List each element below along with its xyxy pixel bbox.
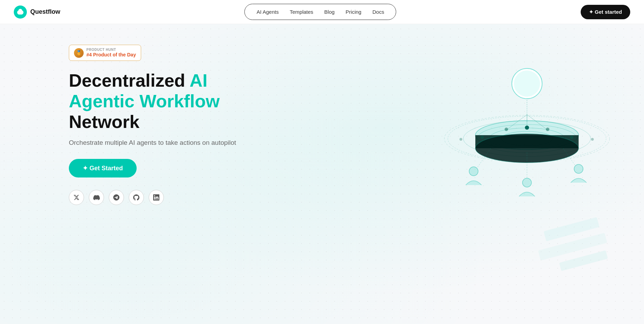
discord-icon[interactable] [89,190,104,205]
hero-content: 🏅 PRODUCT HUNT #4 Product of the Day Dec… [0,24,644,226]
ph-label: PRODUCT HUNT [86,48,136,52]
github-icon[interactable] [129,190,144,205]
nav-link-ai-agents[interactable]: AI Agents [252,7,283,17]
nav-link-docs[interactable]: Docs [368,7,389,17]
platform-illustration: 🧠 [437,49,616,201]
hero-subtitle: Orchestrate multiple AI agents to take a… [69,139,262,147]
svg-point-17 [505,128,508,131]
nav-link-blog[interactable]: Blog [319,7,339,17]
ph-text: PRODUCT HUNT #4 Product of the Day [86,48,136,58]
logo-icon [14,6,27,19]
svg-rect-2 [559,250,608,271]
svg-point-16 [525,126,529,130]
hero-get-started-button[interactable]: ✦ Get Started [69,159,137,177]
navbar: Questflow AI Agents Templates Blog Prici… [0,0,644,24]
nav-links-container: AI Agents Templates Blog Pricing Docs [244,4,396,20]
nav-link-templates[interactable]: Templates [285,7,318,17]
title-part1: Decentralized [69,71,190,90]
svg-point-28 [574,164,583,173]
linkedin-social-icon[interactable] [149,190,164,205]
nav-get-started-button[interactable]: ✦ Get started [581,5,630,19]
twitter-icon[interactable] [69,190,84,205]
svg-point-26 [469,167,478,176]
svg-point-24 [514,71,540,97]
hero-left-column: 🏅 PRODUCT HUNT #4 Product of the Day Dec… [69,45,262,205]
hero-illustration: 🧠 [437,49,616,201]
title-part2: Network [69,112,139,132]
brand-logo[interactable]: Questflow [14,6,60,19]
product-hunt-badge: 🏅 PRODUCT HUNT #4 Product of the Day [69,45,141,61]
telegram-icon[interactable] [109,190,124,205]
ph-rank: #4 Product of the Day [86,52,136,57]
logo-svg [17,8,24,16]
svg-point-18 [546,128,549,131]
svg-point-27 [522,178,531,187]
hero-section: 🏅 PRODUCT HUNT #4 Product of the Day Dec… [0,0,644,324]
hero-title: Decentralized AI Agentic Workflow Networ… [69,71,262,132]
social-icons-row [69,190,262,205]
nav-link-pricing[interactable]: Pricing [341,7,366,17]
brand-name: Questflow [30,8,60,15]
svg-point-20 [570,136,573,139]
svg-point-21 [460,138,462,141]
svg-point-22 [591,138,594,141]
svg-rect-1 [538,233,607,261]
medal-icon: 🏅 [74,48,84,58]
svg-point-19 [481,136,484,139]
